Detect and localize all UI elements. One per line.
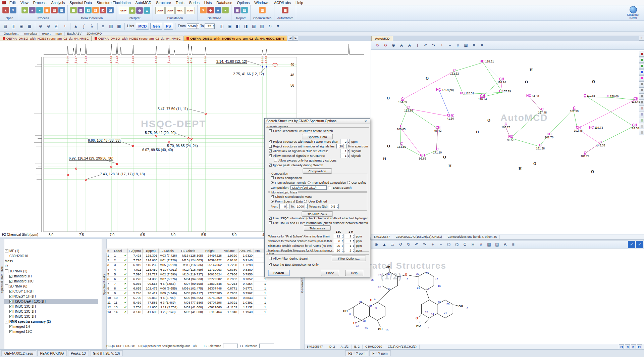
mcd-atom-h-37[interactable]: H (383, 157, 386, 161)
ruler-icon[interactable]: ≡ (99, 23, 107, 30)
zoom-fit-icon[interactable]: ◰ (53, 23, 60, 30)
tolerance-1h-spinner-4[interactable]: 2▲▼ (345, 248, 355, 253)
abc-icon[interactable]: A (501, 241, 509, 248)
document-tab-2[interactable]: OEF4A_DMSO_with_NOESYtrunc_am_02_da_04: … (92, 36, 183, 41)
hydrogen-icon[interactable]: H (469, 241, 477, 248)
gene-conh-icon[interactable]: CONH (165, 7, 175, 14)
mcd-atom-o-5[interactable]: O (525, 80, 528, 84)
sort-icon[interactable]: SORT (185, 7, 195, 14)
spin-arrows[interactable]: ▲▼ (352, 243, 354, 248)
benzene-icon[interactable]: ⌬ (453, 241, 461, 248)
print-icon[interactable]: ▦ (26, 23, 33, 30)
composition-input[interactable]: C(30) H(20) O(10) (290, 185, 327, 190)
menu-item-automcd[interactable]: AutoMCD (133, 0, 154, 5)
mcd-atom-hc-119-73[interactable]: HC119.73 (589, 126, 603, 129)
mass-from-spinner[interactable]: 0▲▼ (279, 204, 289, 209)
window-list-icon[interactable]: ▥ (258, 23, 266, 30)
assign-icon[interactable]: ⊖ (136, 7, 143, 14)
tolerance-13c-spinner-3[interactable]: 20▲▼ (334, 243, 343, 248)
mcd-atom-c-119-83[interactable]: C119.83 (584, 94, 595, 97)
column-header-volume[interactable]: Volume (223, 249, 238, 253)
mcd-atom-hc-99-56[interactable]: HC99.56 (507, 135, 514, 142)
tab-scroll-right-icon[interactable]: ▶ (293, 36, 298, 41)
mcd-atom-c-161-38[interactable]: C161.38 (536, 144, 545, 150)
check-blue-icon[interactable]: ✓ (628, 241, 635, 248)
composition-radio-3[interactable] (347, 181, 350, 184)
spin-arrows[interactable]: ▲▼ (305, 204, 307, 209)
mass-tolerance-spinner[interactable]: 0.5▲▼ (329, 204, 338, 209)
verify-icon[interactable]: ▲ (144, 7, 150, 14)
gen-icon[interactable]: GEN. (175, 7, 185, 14)
mcd-atom-c-156-06[interactable]: C156.06 (607, 95, 619, 98)
cascade-windows-icon[interactable]: ▣ (226, 23, 233, 30)
spin-arrows[interactable]: ▲▼ (341, 243, 343, 248)
mcd-atom-o-6[interactable]: O (592, 80, 595, 84)
document-tab-3[interactable]: OEF4A_DMSO_with_NOESYtrunc_am_02_da_04: … (184, 36, 287, 41)
next-structure-icon[interactable]: ▶ (631, 344, 636, 349)
menu-item-windows[interactable]: Windows (252, 0, 272, 5)
new-window-icon[interactable]: ▤ (250, 23, 258, 30)
grid-icon[interactable]: ▦ (485, 241, 493, 248)
mcd-atom-hc-94-33[interactable]: HC94.33 (526, 94, 539, 98)
tolerance-13c-spinner-2[interactable]: 6▲▼ (334, 239, 343, 243)
table-row[interactable]: 88✔6.655102.475M06 (6.655)M09 (102.475)2… (106, 286, 267, 291)
spin-arrows[interactable]: ▲▼ (352, 239, 354, 243)
autochrom-icon[interactable]: ▦ (282, 7, 288, 13)
table-row[interactable]: 66✔6.27694.333M07 (6.276)M04 (94.333)227… (106, 277, 267, 281)
report-icon[interactable]: ▣ (234, 7, 240, 13)
mcd-atom-c-132-62[interactable]: C132.62 (450, 69, 459, 75)
multiplet-icon[interactable]: ◨ (92, 7, 99, 13)
tree-checkbox[interactable] (9, 280, 12, 283)
baseline-icon[interactable]: ● (36, 7, 43, 13)
spin-arrows[interactable]: ▲▼ (341, 248, 343, 253)
tree-expand-icon[interactable]: − (5, 320, 8, 323)
tree-item-merged-1h[interactable]: merged 1H (4, 324, 98, 329)
column-header-f1-ppm[interactable]: F1(ppm) (143, 249, 159, 253)
mcd-atom-h-4[interactable]: H (530, 68, 533, 72)
rotate-ccw-icon[interactable]: ↶ (413, 241, 420, 248)
tree-checkbox[interactable] (9, 310, 12, 313)
search-button[interactable]: Search (268, 270, 289, 276)
macro-button-export[interactable]: export (40, 32, 53, 36)
fourier-icon[interactable]: ◆ (21, 7, 28, 13)
open-icon[interactable]: ◫ (10, 23, 17, 30)
new-document-icon[interactable]: ▤ (2, 23, 9, 30)
table-row[interactable]: 44✔7.011118.459H 10 (7.011)M12 (118.459)… (106, 267, 267, 272)
peak-picking-icon[interactable]: ∫ (80, 23, 88, 30)
macro-button-organizer[interactable]: Organizer... (1, 32, 22, 36)
mcd-atom-hc-128-31[interactable]: HC128.31 (480, 60, 494, 63)
mcd-atom-ch-118-46[interactable]: CH118.46 (632, 97, 640, 103)
mcd-atom-ch-116-24[interactable]: CH116.24 (497, 78, 506, 84)
tree-item-ir[interactable]: IR (4, 264, 98, 269)
phase-icon[interactable]: ■ (29, 7, 36, 13)
column-header-f2-labels[interactable]: F2 Labels (159, 249, 180, 253)
tree-checkbox[interactable] (9, 315, 12, 318)
column-header-label[interactable]: Label (113, 249, 123, 253)
menu-item-acd-labs[interactable]: ACD/Labs (272, 0, 293, 5)
tree-item-1d-nmr-2[interactable]: −1D NMR (2) (4, 269, 98, 274)
macro-button-2dmacro[interactable]: 2DMACRO (84, 32, 104, 36)
spin-arrows[interactable]: ▲▼ (341, 234, 343, 238)
mcd-atom-c-162-99[interactable]: C162.99 (570, 106, 579, 113)
mono-radio-2[interactable] (304, 200, 307, 203)
db-view-icon[interactable]: ■ (215, 7, 221, 13)
remove-icon[interactable]: − (437, 241, 444, 248)
mcd-atom-hc-128-31[interactable]: HC128.31 (460, 92, 474, 95)
tree-checkbox[interactable] (9, 295, 12, 298)
process-all-icon[interactable]: ▤ (51, 7, 58, 13)
options-icon[interactable]: ▼ (274, 23, 282, 30)
from-spinner[interactable]: 5.548▲▼ (187, 24, 199, 29)
mcd-atom-c-162-36[interactable]: C162.36 (404, 106, 413, 112)
table-row[interactable]: 22✔7.726124.683M01 (7.726)M15 (124.683)1… (106, 258, 267, 263)
mcd-atom-c-143-35[interactable]: C143.35 (596, 141, 605, 147)
spectral-checkbox-2[interactable] (269, 145, 272, 148)
numbering-icon[interactable]: # (477, 241, 485, 248)
f1-tolerance-input[interactable] (259, 344, 274, 348)
mcd-atom-h-25[interactable]: H (476, 130, 479, 134)
check-blue2-icon[interactable]: ✓ (636, 241, 643, 248)
column-header-f1-labels[interactable]: F1 Labels (180, 249, 204, 253)
dialog-title-bar[interactable]: Search Structures by CNMR Spectrum Optio… (265, 119, 370, 124)
mcd-atom-h-40[interactable]: H (448, 164, 451, 168)
tree-item-mass[interactable]: Mass (4, 259, 98, 264)
column-header-height[interactable]: Height (204, 249, 223, 253)
